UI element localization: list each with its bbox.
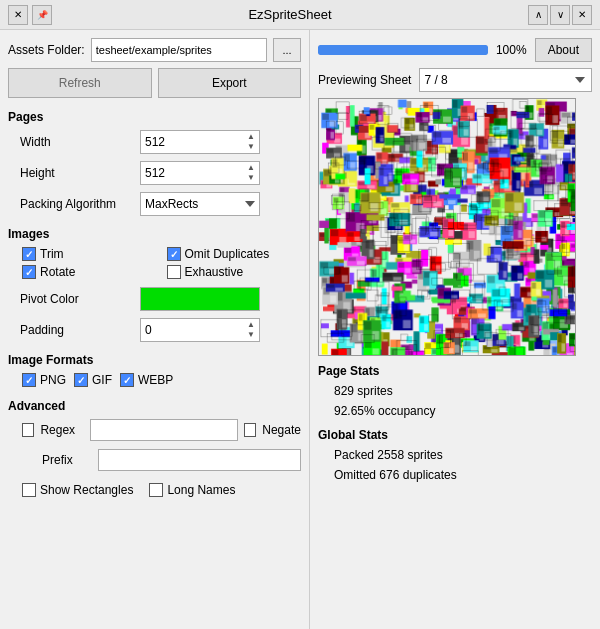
export-button[interactable]: Export [158, 68, 302, 98]
exhaustive-checkbox[interactable] [167, 265, 181, 279]
gif-checkbox[interactable] [74, 373, 88, 387]
rotate-label: Rotate [40, 265, 75, 279]
page-stats-label: Page Stats [318, 364, 592, 378]
image-formats-label: Image Formats [8, 353, 301, 367]
advanced-label: Advanced [8, 399, 301, 413]
rotate-item: Rotate [22, 265, 157, 279]
width-row: Width 512 ▲ ▼ [20, 130, 301, 154]
webp-item: WEBP [120, 373, 173, 387]
pages-section-label: Pages [8, 110, 301, 124]
png-item: PNG [22, 373, 66, 387]
padding-row: Padding 0 ▲ ▼ [20, 318, 301, 342]
window-controls: ∧ ∨ ✕ [528, 5, 592, 25]
padding-label: Padding [20, 323, 140, 337]
prefix-row: Prefix [22, 449, 301, 471]
images-section-label: Images [8, 227, 301, 241]
padding-up-arrow[interactable]: ▲ [247, 320, 255, 330]
titlebar: ✕ 📌 EzSpriteSheet ∧ ∨ ✕ [0, 0, 600, 30]
height-value: 512 [145, 166, 247, 180]
packing-select[interactable]: MaxRects Guillotine Shelf [140, 192, 260, 216]
packing-label: Packing Algorithm [20, 197, 140, 211]
unpin-button[interactable]: 📌 [32, 5, 52, 25]
gif-label: GIF [92, 373, 112, 387]
png-label: PNG [40, 373, 66, 387]
trim-item: Trim [22, 247, 157, 261]
omitted-dups-value: Omitted 676 duplicates [334, 468, 592, 482]
regex-input[interactable] [90, 419, 238, 441]
images-checkboxes: Trim Omit Duplicates Rotate Exhaustive [22, 247, 301, 279]
assets-row: Assets Folder: ... [8, 38, 301, 62]
omit-duplicates-label: Omit Duplicates [185, 247, 270, 261]
omit-dup-item: Omit Duplicates [167, 247, 302, 261]
action-buttons-row: Refresh Export [8, 68, 301, 98]
height-label: Height [20, 166, 140, 180]
webp-label: WEBP [138, 373, 173, 387]
restore-button[interactable]: ∨ [550, 5, 570, 25]
pivot-color-label: Pivot Color [20, 292, 140, 306]
trim-label: Trim [40, 247, 64, 261]
width-value: 512 [145, 135, 247, 149]
height-spinbox[interactable]: 512 ▲ ▼ [140, 161, 260, 185]
prefix-input[interactable] [98, 449, 301, 471]
width-spinbox[interactable]: 512 ▲ ▼ [140, 130, 260, 154]
progress-bar-container [318, 45, 488, 55]
occupancy-value: 92.65% occupancy [334, 404, 592, 418]
long-names-item: Long Names [149, 483, 235, 497]
exhaustive-item: Exhaustive [167, 265, 302, 279]
padding-down-arrow[interactable]: ▼ [247, 330, 255, 340]
pivot-color-row: Pivot Color [20, 287, 301, 311]
previewing-sheet-label: Previewing Sheet [318, 73, 411, 87]
padding-value: 0 [145, 323, 247, 337]
refresh-button[interactable]: Refresh [8, 68, 152, 98]
packed-sprites-value: Packed 2558 sprites [334, 448, 592, 462]
width-label: Width [20, 135, 140, 149]
main-container: Assets Folder: ... Refresh Export Pages … [0, 30, 600, 629]
titlebar-left-controls: ✕ 📌 [8, 5, 52, 25]
global-stats-label: Global Stats [318, 428, 592, 442]
exhaustive-label: Exhaustive [185, 265, 244, 279]
omit-duplicates-checkbox[interactable] [167, 247, 181, 261]
show-rectangles-checkbox[interactable] [22, 483, 36, 497]
long-names-checkbox[interactable] [149, 483, 163, 497]
assets-browse-button[interactable]: ... [273, 38, 301, 62]
sprites-count: 829 sprites [334, 384, 592, 398]
assets-folder-label: Assets Folder: [8, 43, 85, 57]
image-formats-row: PNG GIF WEBP [22, 373, 301, 387]
width-down-arrow[interactable]: ▼ [247, 142, 255, 152]
about-button[interactable]: About [535, 38, 592, 62]
close-button[interactable]: ✕ [572, 5, 592, 25]
pin-button[interactable]: ✕ [8, 5, 28, 25]
height-up-arrow[interactable]: ▲ [247, 163, 255, 173]
left-panel: Assets Folder: ... Refresh Export Pages … [0, 30, 310, 629]
regex-row: Regex Negate [22, 419, 301, 441]
pivot-color-picker[interactable] [140, 287, 260, 311]
padding-spinbox[interactable]: 0 ▲ ▼ [140, 318, 260, 342]
negate-checkbox[interactable] [244, 423, 256, 437]
height-row: Height 512 ▲ ▼ [20, 161, 301, 185]
right-top-row: 100% About [318, 38, 592, 62]
sprite-preview: // We'll use JS to draw the noisy sprite… [318, 98, 576, 356]
minimize-button[interactable]: ∧ [528, 5, 548, 25]
bottom-checkboxes: Show Rectangles Long Names [22, 483, 301, 497]
width-up-arrow[interactable]: ▲ [247, 132, 255, 142]
negate-label: Negate [262, 423, 301, 437]
app-title: EzSpriteSheet [52, 7, 528, 22]
regex-checkbox[interactable] [22, 423, 34, 437]
packing-row: Packing Algorithm MaxRects Guillotine Sh… [20, 192, 301, 216]
progress-label: 100% [496, 43, 527, 57]
preview-sheet-row: Previewing Sheet 1 / 8 2 / 8 3 / 8 4 / 8… [318, 68, 592, 92]
trim-checkbox[interactable] [22, 247, 36, 261]
png-checkbox[interactable] [22, 373, 36, 387]
show-rects-item: Show Rectangles [22, 483, 133, 497]
height-down-arrow[interactable]: ▼ [247, 173, 255, 183]
right-panel: 100% About Previewing Sheet 1 / 8 2 / 8 … [310, 30, 600, 629]
show-rectangles-label: Show Rectangles [40, 483, 133, 497]
assets-folder-input[interactable] [91, 38, 267, 62]
webp-checkbox[interactable] [120, 373, 134, 387]
sheet-select[interactable]: 1 / 8 2 / 8 3 / 8 4 / 8 5 / 8 6 / 8 7 / … [419, 68, 592, 92]
regex-label: Regex [40, 423, 83, 437]
prefix-label: Prefix [42, 453, 92, 467]
progress-bar-fill [318, 45, 488, 55]
rotate-checkbox[interactable] [22, 265, 36, 279]
gif-item: GIF [74, 373, 112, 387]
